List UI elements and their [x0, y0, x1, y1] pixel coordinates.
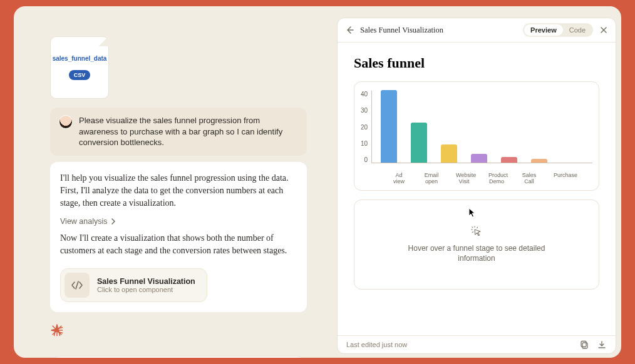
starburst-icon	[50, 323, 64, 337]
last-edited-text: Last edited just now	[346, 341, 407, 348]
file-attachment-card[interactable]: sales_funnel_data CSV	[50, 36, 109, 99]
y-tick: 20	[361, 124, 368, 131]
x-tick: Product Demo	[488, 172, 505, 185]
copy-icon	[580, 340, 589, 349]
download-icon	[597, 340, 606, 349]
x-axis: Ad viewEmail openWebsite VisitProduct De…	[361, 172, 592, 185]
svg-rect-9	[581, 341, 586, 347]
view-analysis-label: View analysis	[60, 217, 108, 226]
reply-input[interactable]: Reply to Claude... Claude 3.5 Sonnet	[50, 356, 307, 358]
bar[interactable]	[441, 144, 457, 163]
hover-hint-text: Hover over a funnel stage to see detaile…	[408, 243, 545, 263]
bar[interactable]	[381, 90, 397, 163]
component-title: Sales Funnel Visualization	[97, 277, 195, 286]
bar-plot[interactable]	[371, 91, 592, 163]
user-message-text: Please visualize the sales funnel progre…	[79, 115, 297, 148]
x-tick: Website Visit	[456, 172, 472, 185]
x-tick: Email open	[423, 172, 440, 185]
download-button[interactable]	[597, 340, 607, 350]
x-tick: Ad view	[391, 172, 407, 185]
assistant-response: I'll help you visualize the sales funnel…	[50, 162, 307, 312]
bar[interactable]	[501, 157, 517, 163]
toggle-code[interactable]: Code	[563, 24, 592, 36]
close-icon	[600, 26, 607, 34]
svg-rect-8	[582, 343, 587, 348]
file-name: sales_funnel_data	[46, 55, 113, 63]
hover-hint-card: Hover over a funnel stage to see detaile…	[354, 200, 599, 290]
artifact-title: Sales Funnel Visualization	[360, 26, 443, 35]
file-type-badge: CSV	[69, 70, 91, 80]
assistant-paragraph: Now I'll create a visualization that sho…	[60, 232, 297, 258]
chart-card: 403020100 Ad viewEmail openWebsite Visit…	[354, 81, 599, 191]
y-tick: 10	[361, 140, 368, 147]
back-arrow-icon[interactable]	[345, 26, 354, 34]
toggle-preview[interactable]: Preview	[524, 24, 563, 36]
y-tick: 30	[361, 107, 368, 114]
y-tick: 40	[361, 91, 368, 98]
x-tick: Sales Call	[521, 172, 537, 185]
user-message: Please visualize the sales funnel progre…	[50, 108, 307, 156]
assistant-paragraph: I'll help you visualize the sales funnel…	[60, 172, 297, 210]
artifact-panel: Sales Funnel Visualization Preview Code …	[337, 18, 616, 354]
bar[interactable]	[471, 154, 487, 163]
x-tick: Purchase	[554, 172, 570, 185]
chart-title: Sales funnel	[354, 55, 599, 71]
component-subtitle: Click to open component	[97, 286, 195, 293]
view-toggle: Preview Code	[523, 23, 593, 37]
bar[interactable]	[531, 159, 547, 163]
chevron-right-icon	[111, 218, 116, 225]
y-tick: 0	[361, 156, 368, 163]
view-analysis-link[interactable]: View analysis	[60, 217, 116, 226]
close-button[interactable]	[599, 26, 608, 34]
bar[interactable]	[411, 123, 427, 163]
y-axis: 403020100	[361, 91, 371, 163]
code-icon	[65, 273, 90, 298]
cursor-click-icon	[471, 226, 482, 237]
component-card[interactable]: Sales Funnel Visualization Click to open…	[60, 268, 207, 302]
avatar	[59, 115, 73, 129]
copy-button[interactable]	[579, 340, 589, 350]
